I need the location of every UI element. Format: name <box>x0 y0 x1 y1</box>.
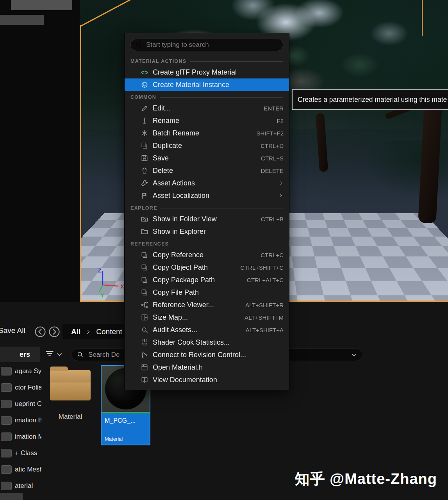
menu-item-shortcut: ALT+SHIFT+A <box>246 327 284 333</box>
filter-button[interactable] <box>45 349 55 359</box>
section-header-label: COMMON <box>130 94 156 100</box>
filter-item-blueprint-class[interactable]: ueprint Cla <box>0 396 41 412</box>
material-sphere-icon <box>140 81 149 89</box>
menu-item-label: Audit Assets... <box>153 326 241 334</box>
chevron-right-icon <box>277 193 284 198</box>
left-panel-button[interactable] <box>11 0 72 10</box>
section-rule <box>173 244 283 244</box>
save-icon <box>140 154 149 162</box>
menu-item-label: Copy File Path <box>153 288 284 297</box>
menu-item-shortcut: CTRL+B <box>261 216 284 222</box>
menu-item-copy-reference[interactable]: Copy Reference CTRL+C <box>125 249 289 261</box>
wrench-icon <box>140 179 149 187</box>
duplicate-icon <box>140 142 149 149</box>
menu-item-show-in-explorer[interactable]: Show in Explorer <box>125 225 289 238</box>
filter-item-label: ueprint Cla <box>15 400 41 408</box>
asset-name: M_PCG_... <box>102 413 150 424</box>
menu-item-label: Connect to Revision Control... <box>153 351 284 359</box>
menu-item-asset-actions[interactable]: Asset Actions <box>125 177 289 189</box>
filter-item-label: atic Mesh <box>15 466 41 473</box>
size-map-icon <box>140 313 149 321</box>
left-panel-button-2[interactable] <box>0 15 44 25</box>
menu-item-open-material-h[interactable]: Open Material.h <box>125 361 289 374</box>
menu-search-input[interactable] <box>145 41 278 49</box>
menu-item-reference-viewer[interactable]: Reference Viewer... ALT+SHIFT+R <box>125 299 289 311</box>
menu-item-batch-rename[interactable]: Batch Rename SHIFT+F2 <box>125 127 289 139</box>
folder-label: Material <box>49 413 92 421</box>
menu-item-shortcut: CTRL+C <box>261 252 284 258</box>
section-rule <box>161 208 283 208</box>
menu-item-copy-object-path[interactable]: Copy Object Path CTRL+SHIFT+C <box>125 261 289 274</box>
menu-search-box[interactable] <box>130 39 283 51</box>
menu-item-create-gltf-proxy-material[interactable]: Create glTF Proxy Material <box>125 66 289 78</box>
filter-item-animation-b[interactable]: imation B <box>0 412 41 429</box>
filter-item-actor-foliage[interactable]: ctor Foliag <box>0 379 41 396</box>
asset-type-icon <box>1 465 12 474</box>
filter-item-cpp-class[interactable]: + Class <box>0 445 41 461</box>
asset-type-icon <box>1 449 12 457</box>
filter-item-niagara[interactable]: agara Sys <box>0 363 41 379</box>
menu-item-save[interactable]: Save CTRL+S <box>125 152 289 164</box>
menu-item-label: Edit... <box>153 104 259 112</box>
filter-item-static-mesh[interactable]: atic Mesh <box>0 461 41 478</box>
menu-item-label: Show in Folder View <box>153 215 256 223</box>
filter-item-material[interactable]: aterial <box>0 478 41 494</box>
asterisk-icon <box>140 129 149 137</box>
menu-item-label: Asset Actions <box>153 179 277 187</box>
menu-item-label: Show in Explorer <box>153 228 284 236</box>
menu-item-view-documentation[interactable]: View Documentation <box>125 374 289 386</box>
menu-item-rename[interactable]: Rename F2 <box>125 114 289 127</box>
menu-item-shader-cook-statistics[interactable]: Shader Cook Statistics... <box>125 336 289 349</box>
menu-item-show-in-folder-view[interactable]: Show in Folder View CTRL+B <box>125 213 289 225</box>
menu-item-label: Create glTF Proxy Material <box>153 68 284 77</box>
asset-type-icon <box>1 416 12 425</box>
menu-item-delete[interactable]: Delete DELETE <box>125 164 289 177</box>
flag-icon <box>140 192 149 199</box>
breadcrumb-current[interactable]: Content <box>96 327 122 336</box>
pencil-icon <box>140 104 149 112</box>
chevron-right-icon <box>277 180 284 186</box>
panel-corner-block <box>0 493 23 500</box>
menu-item-edit[interactable]: Edit... ENTER <box>125 102 289 114</box>
forward-button[interactable] <box>48 326 60 338</box>
watermark: 知乎 @Matte-Zhang <box>295 469 437 489</box>
menu-section-header-references: REFERENCES <box>125 238 289 249</box>
save-all-button[interactable]: Save All <box>0 326 25 335</box>
axis-z-label: Z <box>98 267 102 274</box>
filter-chevron-down-icon[interactable] <box>56 351 63 358</box>
filter-item-label: imation M <box>15 433 41 441</box>
section-rule <box>160 97 283 98</box>
folder-tile-material[interactable]: Material <box>49 370 92 421</box>
menu-item-audit-assets[interactable]: Audit Assets... ALT+SHIFT+A <box>125 324 289 336</box>
menu-section-header-explore: EXPLORE <box>125 202 289 213</box>
menu-section-header-material-actions: MATERIAL ACTIONS <box>125 55 289 66</box>
selection-outline-left <box>80 25 81 302</box>
menu-item-label: Save <box>153 154 256 162</box>
panel-divider <box>73 0 73 302</box>
menu-item-size-map[interactable]: Size Map... ALT+SHIFT+M <box>125 311 289 324</box>
menu-item-shortcut: CTRL+S <box>261 155 284 162</box>
copy-icon <box>140 288 149 296</box>
filter-item-animation-m[interactable]: imation M <box>0 429 41 445</box>
breadcrumb-root[interactable]: All <box>71 327 80 336</box>
folder-icon <box>50 370 91 400</box>
menu-item-asset-localization[interactable]: Asset Localization <box>125 189 289 202</box>
menu-item-duplicate[interactable]: Duplicate CTRL+D <box>125 139 289 152</box>
asset-type-label: Material <box>105 436 123 442</box>
menu-item-label: Delete <box>153 167 256 175</box>
trash-icon <box>140 167 149 174</box>
menu-item-create-material-instance[interactable]: Create Material Instance <box>125 78 289 91</box>
search-chevron-down-icon[interactable] <box>350 351 357 358</box>
axis-gizmo: Z X Y <box>96 267 128 298</box>
menu-item-copy-file-path[interactable]: Copy File Path <box>125 286 289 299</box>
back-button[interactable] <box>34 326 46 338</box>
menu-item-shortcut: CTRL+SHIFT+C <box>240 264 284 271</box>
menu-item-copy-package-path[interactable]: Copy Package Path CTRL+ALT+C <box>125 274 289 286</box>
menu-item-connect-to-revision-control[interactable]: Connect to Revision Control... <box>125 349 289 361</box>
asset-type-icon <box>1 432 12 441</box>
orange-spline <box>422 0 423 36</box>
breadcrumb-chevron-icon <box>85 329 91 335</box>
gltf-icon <box>140 68 149 76</box>
filter-item-label: ctor Foliag <box>15 384 41 391</box>
copy-icon <box>140 276 149 284</box>
